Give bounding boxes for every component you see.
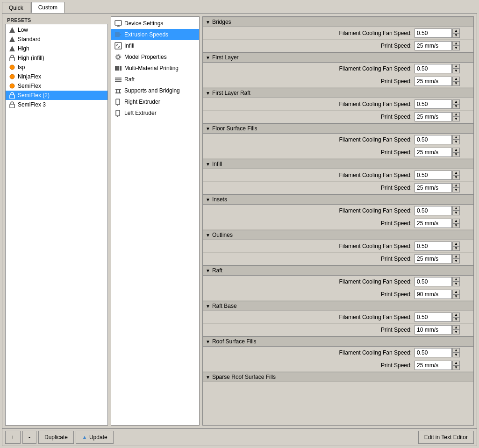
setting-input-bridges-speed[interactable] (415, 41, 452, 50)
setting-input-infill-fan[interactable] (415, 171, 452, 180)
spin-down-firstlayerraft-fan[interactable]: ▼ (452, 104, 460, 109)
spin-up-bridges-speed[interactable]: ▲ (452, 41, 460, 46)
setting-input-infill-speed[interactable] (415, 183, 452, 192)
spin-down-raft-speed[interactable]: ▼ (452, 294, 460, 299)
section-header-outlines[interactable]: ▼Outlines (203, 230, 473, 240)
setting-input-raftbase-speed[interactable] (415, 325, 452, 334)
section-header-first-layer-raft[interactable]: ▼First Layer Raft (203, 88, 473, 98)
spin-down-firstlayer-speed[interactable]: ▼ (452, 81, 460, 86)
spin-up-outlines-fan[interactable]: ▲ (452, 242, 460, 246)
spin-down-floor-fan[interactable]: ▼ (452, 140, 460, 144)
spin-up-raft-speed[interactable]: ▲ (452, 290, 460, 294)
setting-input-raft-speed[interactable] (415, 290, 452, 299)
section-header-raft[interactable]: ▼Raft (203, 265, 473, 276)
cat-item-multi-material[interactable]: Multi-Material Printing (111, 63, 199, 74)
section-header-infill[interactable]: ▼Infill (203, 159, 473, 169)
spin-down-raftbase-fan[interactable]: ▼ (452, 317, 460, 322)
spin-down-firstlayerraft-speed[interactable]: ▼ (452, 117, 460, 121)
section-header-sparse-roof-surface-fills[interactable]: ▼Sparse Roof Surface Fills (203, 372, 473, 382)
spin-up-infill-speed[interactable]: ▲ (452, 183, 460, 188)
spin-down-roof-speed[interactable]: ▼ (452, 365, 460, 370)
setting-input-roof-speed[interactable] (415, 361, 452, 370)
spin-down-outlines-speed[interactable]: ▼ (452, 259, 460, 263)
spin-up-insets-fan[interactable]: ▲ (452, 206, 460, 211)
setting-input-insets-fan[interactable] (415, 206, 452, 215)
cat-item-model-properties[interactable]: Model Properties (111, 51, 199, 63)
section-header-raft-base[interactable]: ▼Raft Base (203, 301, 473, 311)
preset-item-standard[interactable]: Standard (6, 35, 107, 44)
spin-up-firstlayer-speed[interactable]: ▲ (452, 77, 460, 81)
preset-item-semiflex2[interactable]: SemiFlex (2) (6, 91, 107, 100)
spin-up-raft-fan[interactable]: ▲ (452, 277, 460, 282)
spin-down-bridges-fan[interactable]: ▼ (452, 33, 460, 38)
duplicate-button[interactable]: Duplicate (38, 431, 74, 444)
spin-up-insets-speed[interactable]: ▲ (452, 219, 460, 223)
tab-quick[interactable]: Quick (2, 2, 30, 13)
setting-input-raft-fan[interactable] (415, 277, 452, 286)
tab-custom[interactable]: Custom (31, 2, 64, 13)
spin-down-roof-fan[interactable]: ▼ (452, 353, 460, 357)
cat-item-device-settings[interactable]: Device Settings (111, 18, 199, 29)
setting-input-firstlayerraft-fan[interactable] (415, 100, 452, 109)
section-header-bridges[interactable]: ▼Bridges (203, 17, 473, 27)
preset-item-high-infill[interactable]: High (infill) (6, 53, 107, 63)
setting-input-firstlayer-fan[interactable] (415, 64, 452, 73)
setting-input-floor-speed[interactable] (415, 148, 452, 157)
spin-up-bridges-fan[interactable]: ▲ (452, 28, 460, 33)
cat-item-extrusion-speeds[interactable]: Extrusion Speeds (111, 29, 199, 40)
setting-input-insets-speed[interactable] (415, 219, 452, 228)
spin-down-firstlayer-fan[interactable]: ▼ (452, 69, 460, 73)
cat-item-right-extruder[interactable]: Right Extruder (111, 96, 199, 107)
spin-down-insets-fan[interactable]: ▼ (452, 211, 460, 215)
spin-down-infill-speed[interactable]: ▼ (452, 188, 460, 192)
section-header-insets[interactable]: ▼Insets (203, 194, 473, 205)
spin-down-floor-speed[interactable]: ▼ (452, 152, 460, 157)
spin-up-raftbase-speed[interactable]: ▲ (452, 325, 460, 330)
update-button[interactable]: ▲ Update (76, 431, 114, 444)
setting-input-firstlayer-speed[interactable] (415, 77, 452, 86)
categories-panel[interactable]: Device Settings Extrusion Speeds (111, 16, 200, 426)
edit-text-editor-button[interactable]: Edit in Text Editor (418, 431, 474, 444)
setting-input-firstlayerraft-speed[interactable] (415, 112, 452, 121)
presets-list[interactable]: Low Standard High (5, 24, 108, 426)
spin-down-bridges-speed[interactable]: ▼ (452, 46, 460, 50)
spin-down-outlines-fan[interactable]: ▼ (452, 246, 460, 251)
spin-down-raftbase-speed[interactable]: ▼ (452, 330, 460, 334)
setting-input-bridges-fan[interactable] (415, 28, 452, 38)
setting-input-floor-fan[interactable] (415, 135, 452, 144)
preset-item-lsp[interactable]: lsp (6, 63, 107, 72)
spin-down-infill-fan[interactable]: ▼ (452, 175, 460, 180)
cat-item-supports-bridging[interactable]: Supports and Bridging (111, 85, 199, 96)
spin-down-insets-speed[interactable]: ▼ (452, 223, 460, 228)
cat-item-left-extruder[interactable]: Left Extruder (111, 107, 199, 119)
setting-input-outlines-fan[interactable] (415, 242, 452, 251)
remove-button[interactable]: - (22, 431, 36, 444)
preset-item-ninjaflex[interactable]: NinjaFlex (6, 72, 107, 81)
setting-input-roof-fan[interactable] (415, 348, 452, 357)
add-button[interactable]: + (5, 431, 21, 444)
spin-up-roof-fan[interactable]: ▲ (452, 348, 460, 353)
section-header-floor-surface-fills[interactable]: ▼Floor Surface Fills (203, 123, 473, 134)
cat-item-infill[interactable]: Infill (111, 40, 199, 51)
setting-input-outlines-speed[interactable] (415, 254, 452, 263)
setting-row-raft-fan: Filament Cooling Fan Speed: ▲ ▼ (203, 276, 473, 288)
spin-up-firstlayerraft-speed[interactable]: ▲ (452, 112, 460, 117)
spin-up-outlines-speed[interactable]: ▲ (452, 254, 460, 259)
preset-item-semiflex[interactable]: SemiFlex (6, 81, 107, 91)
spin-down-raft-fan[interactable]: ▼ (452, 282, 460, 286)
spin-up-floor-fan[interactable]: ▲ (452, 135, 460, 140)
preset-item-semiflex3[interactable]: SemiFlex 3 (6, 100, 107, 109)
section-header-roof-surface-fills[interactable]: ▼Roof Surface Fills (203, 336, 473, 347)
spin-up-infill-fan[interactable]: ▲ (452, 171, 460, 175)
setting-input-raftbase-fan[interactable] (415, 313, 452, 322)
spin-up-firstlayerraft-fan[interactable]: ▲ (452, 100, 460, 104)
cat-item-raft[interactable]: Raft (111, 74, 199, 85)
spin-up-floor-speed[interactable]: ▲ (452, 148, 460, 152)
spin-up-roof-speed[interactable]: ▲ (452, 361, 460, 365)
spin-up-firstlayer-fan[interactable]: ▲ (452, 64, 460, 69)
preset-item-low[interactable]: Low (6, 25, 107, 35)
section-header-first-layer[interactable]: ▼First Layer (203, 52, 473, 63)
spin-up-raftbase-fan[interactable]: ▲ (452, 313, 460, 317)
settings-scroll[interactable]: ▼Bridges Filament Cooling Fan Speed: ▲ ▼… (203, 17, 473, 425)
preset-item-high[interactable]: High (6, 44, 107, 53)
